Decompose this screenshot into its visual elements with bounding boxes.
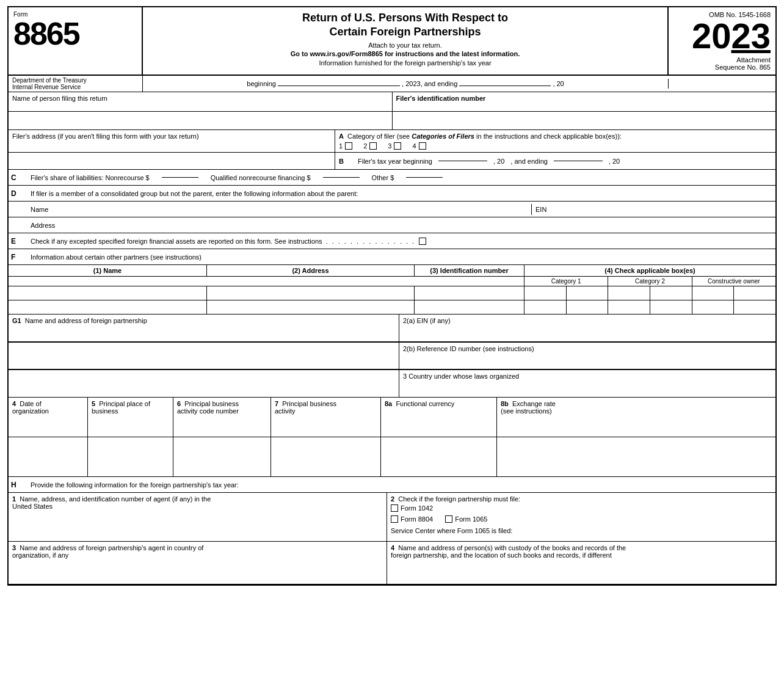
- tf-sub-spacer: [9, 277, 524, 286]
- tfr-check-cat2c[interactable]: [608, 300, 650, 314]
- checkbox-3[interactable]: [394, 142, 401, 150]
- h-item-3: 3 Name and address of foreign partnershi…: [9, 542, 387, 584]
- tf-cat2-header: Category 2: [608, 277, 692, 286]
- row-d-name-label: Name: [27, 204, 531, 215]
- tfr-addr-2[interactable]: [207, 300, 415, 314]
- category-4: 4: [412, 142, 426, 150]
- g1-input2[interactable]: [9, 370, 399, 397]
- category-boxes: 1 2 3 4: [339, 142, 772, 150]
- checkbox-4[interactable]: [419, 142, 426, 150]
- h-item-2: 2 Check if the foreign partnership must …: [387, 493, 775, 541]
- tfr-addr-1[interactable]: [207, 286, 415, 300]
- tax-year: 2023: [673, 18, 771, 54]
- g2b-content: 2(b) Reference ID number (see instructio…: [399, 343, 775, 369]
- cell-8b-input[interactable]: [497, 437, 775, 476]
- tf-const-header: Constructive owner: [692, 277, 775, 286]
- tfr-check-const1a[interactable]: [692, 286, 735, 300]
- row-e-label: E: [9, 235, 27, 247]
- seq-col: [669, 82, 775, 85]
- cell-6-input[interactable]: [173, 437, 271, 476]
- h2-form1065: Form 1065: [445, 515, 487, 523]
- table-row-1: [9, 286, 775, 300]
- form-title-block: Return of U.S. Persons With Respect to C…: [143, 7, 669, 75]
- cell-8b: 8b Exchange rate (see instructions): [497, 398, 775, 437]
- row-4-8: 4 Date of organization 5 Principal place…: [9, 398, 775, 437]
- checkbox-1[interactable]: [345, 142, 352, 150]
- tfr-check-cat1c[interactable]: [524, 300, 567, 314]
- tf-col4-header: (4) Check applicable box(es): [524, 265, 775, 276]
- g3-row: 3 Country under whose laws organized: [9, 369, 775, 397]
- category-1: 1: [339, 142, 352, 150]
- form-number: 8865: [13, 18, 137, 49]
- row-d-address-label: Address: [27, 220, 775, 231]
- h2-forms-row: Form 8804 Form 1065: [391, 514, 772, 525]
- row-d-addr-spacer: [9, 224, 27, 227]
- cell-5-input[interactable]: [88, 437, 173, 476]
- category-3: 3: [388, 142, 401, 150]
- row-c-content: Filer's share of liabilities: Nonrecours…: [27, 172, 775, 183]
- h-item-4: 4 Name and address of person(s) with cus…: [387, 542, 775, 584]
- info-line: Information furnished for the foreign pa…: [149, 59, 661, 67]
- cell-5: 5 Principal place of business: [88, 398, 173, 437]
- cell-7: 7 Principal business activity: [271, 398, 381, 437]
- filer-id-field[interactable]: [393, 112, 776, 129]
- tfr-check-const1b[interactable]: [734, 286, 775, 300]
- g1-input[interactable]: [9, 343, 399, 369]
- h-item-1: 1 Name, address, and identification numb…: [9, 493, 387, 541]
- table-row-2: [9, 300, 775, 314]
- cell-4: 4 Date of organization: [9, 398, 88, 437]
- checkbox-1065[interactable]: [445, 515, 452, 523]
- filer-address-input[interactable]: [9, 153, 335, 169]
- tfr-name-1[interactable]: [9, 286, 207, 300]
- row-a-text: A Category of filer (see Categories of F…: [339, 133, 772, 140]
- cell-8a-input[interactable]: [381, 437, 497, 476]
- row-e-checkbox[interactable]: [419, 238, 426, 245]
- checkbox-1042[interactable]: [391, 504, 398, 512]
- dept-block: Department of the Treasury Internal Reve…: [9, 76, 143, 92]
- table-f-subheader: Category 1 Category 2 Constructive owner: [9, 277, 775, 286]
- row-b-content: B Filer's tax year beginning , 20 , and …: [335, 153, 775, 169]
- tf-col3-header: (3) Identification number: [415, 265, 524, 276]
- form-header: Form 8865 Return of U.S. Persons With Re…: [9, 7, 775, 76]
- tfr-check-cat1d[interactable]: [567, 300, 609, 314]
- category-2: 2: [363, 142, 377, 150]
- tfr-check-const2a[interactable]: [692, 300, 735, 314]
- tfr-check-const2b[interactable]: [734, 300, 775, 314]
- g1-row: G1 Name and address of foreign partnersh…: [9, 315, 775, 342]
- name-of-person-label: Name of person filing this return: [9, 92, 393, 111]
- checkbox-2[interactable]: [369, 142, 377, 150]
- tfr-id-1[interactable]: [415, 286, 524, 300]
- form-title-line1: Return of U.S. Persons With Respect to C…: [149, 11, 661, 40]
- row-c-label: C: [9, 173, 27, 182]
- tfr-check-cat2b[interactable]: [650, 286, 692, 300]
- filer-address-label: Filer's address (if you aren't filing th…: [9, 130, 335, 152]
- tfr-id-2[interactable]: [415, 300, 524, 314]
- tfr-check-cat1a[interactable]: [524, 286, 567, 300]
- name-input-field[interactable]: [9, 112, 393, 129]
- h2-form8804: Form 8804: [391, 515, 433, 523]
- table-f-header: (1) Name (2) Address (3) Identification …: [9, 265, 775, 277]
- cell-4-input[interactable]: [9, 437, 88, 476]
- tf-cat1-header: Category 1: [524, 277, 608, 286]
- omb-block: OMB No. 1545-1668 2023 Attachment Sequen…: [669, 7, 775, 75]
- h-content: Provide the following information for th…: [27, 479, 775, 490]
- h-label: H: [9, 479, 27, 491]
- g-section: G1 Name and address of foreign partnersh…: [9, 315, 775, 398]
- row-d-label: D: [9, 187, 27, 200]
- tfr-check-cells-2: [524, 300, 775, 314]
- taxyear-center: beginning , 2023, and ending , 20: [143, 79, 669, 89]
- filer-id-label: Filer's identification number: [393, 92, 776, 111]
- tfr-check-cat2a[interactable]: [608, 286, 650, 300]
- row-f: F Information about certain other partne…: [9, 249, 775, 265]
- tfr-name-2[interactable]: [9, 300, 207, 314]
- cell-7-input[interactable]: [271, 437, 381, 476]
- cell-6: 6 Principal business activity code numbe…: [173, 398, 271, 437]
- tfr-check-cat2d[interactable]: [650, 300, 692, 314]
- tfr-check-cat1b[interactable]: [567, 286, 609, 300]
- form-number-block: Form 8865: [9, 7, 143, 75]
- checkbox-8804[interactable]: [391, 515, 398, 523]
- row-f-content: Information about certain other partners…: [27, 252, 775, 263]
- h-items-34: 3 Name and address of foreign partnershi…: [9, 542, 775, 584]
- table-f: (1) Name (2) Address (3) Identification …: [9, 265, 775, 315]
- row-e: E Check if any excepted specified foreig…: [9, 233, 775, 249]
